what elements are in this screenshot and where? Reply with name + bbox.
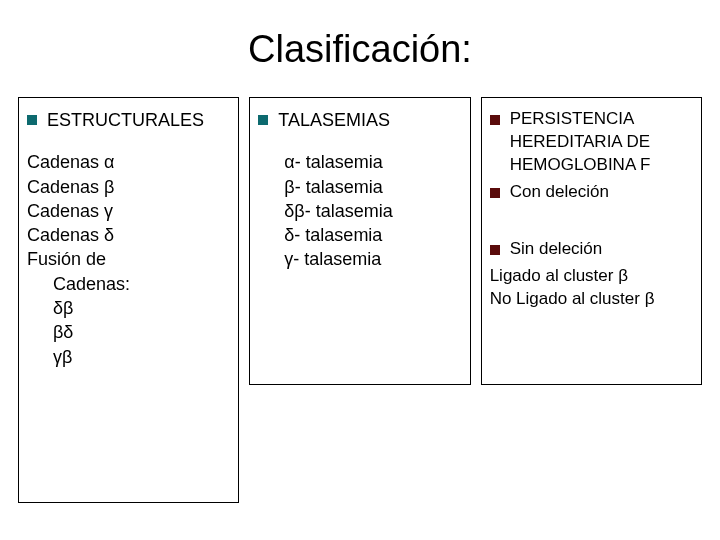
con-delecion-row: Con deleción	[490, 181, 693, 204]
heading-row: ESTRUCTURALES	[27, 108, 230, 132]
square-bullet-icon	[490, 115, 500, 125]
slide-title: Clasificación:	[16, 28, 704, 71]
list-item: Cadenas α	[27, 150, 230, 174]
fusion-item: βδ	[27, 320, 230, 344]
fusion-item: γβ	[27, 345, 230, 369]
body-lines: α- talasemia β- talasemia δβ- talasemia …	[258, 150, 461, 271]
ligado-2: No Ligado al cluster β	[490, 288, 693, 311]
square-bullet-icon	[258, 115, 268, 125]
heading-row: TALASEMIAS	[258, 108, 461, 132]
sin-delecion: Sin deleción	[510, 238, 603, 261]
list-item: δβ- talasemia	[284, 199, 461, 223]
square-bullet-icon	[27, 115, 37, 125]
slide: Clasificación: ESTRUCTURALES Cadenas α C…	[0, 0, 720, 540]
heading-text: ESTRUCTURALES	[47, 108, 204, 132]
column-persistencia: PERSISTENCIA HEREDITARIA DE HEMOGLOBINA …	[481, 97, 702, 385]
columns-wrapper: ESTRUCTURALES Cadenas α Cadenas β Cadena…	[16, 97, 704, 503]
fusion-label: Fusión de	[27, 247, 230, 271]
list-item: Cadenas γ	[27, 199, 230, 223]
list-item: α- talasemia	[284, 150, 461, 174]
fusion-sub: Cadenas:	[27, 272, 230, 296]
sin-delecion-row: Sin deleción	[490, 238, 693, 261]
fusion-item: δβ	[27, 296, 230, 320]
list-item: γ- talasemia	[284, 247, 461, 271]
heading-text: TALASEMIAS	[278, 108, 390, 132]
con-delecion: Con deleción	[510, 181, 609, 204]
ligado-1: Ligado al cluster β	[490, 265, 693, 288]
square-bullet-icon	[490, 245, 500, 255]
square-bullet-icon	[490, 188, 500, 198]
list-item: Cadenas β	[27, 175, 230, 199]
column-estructurales: ESTRUCTURALES Cadenas α Cadenas β Cadena…	[18, 97, 239, 503]
list-item: β- talasemia	[284, 175, 461, 199]
list-item: δ- talasemia	[284, 223, 461, 247]
body-lines: Cadenas α Cadenas β Cadenas γ Cadenas δ …	[27, 150, 230, 369]
heading-text: PERSISTENCIA HEREDITARIA DE HEMOGLOBINA …	[510, 108, 693, 177]
list-item: Cadenas δ	[27, 223, 230, 247]
heading-row: PERSISTENCIA HEREDITARIA DE HEMOGLOBINA …	[490, 108, 693, 177]
column-talasemias: TALASEMIAS α- talasemia β- talasemia δβ-…	[249, 97, 470, 385]
